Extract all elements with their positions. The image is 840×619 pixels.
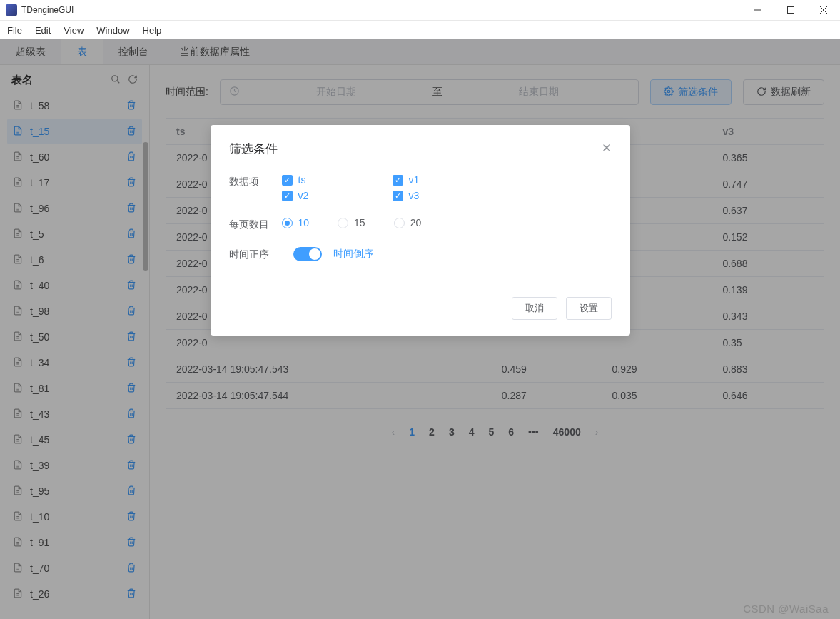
checkbox[interactable]: ✓ts (282, 174, 393, 186)
window-controls (742, 0, 840, 21)
order-asc-label: 时间正序 (229, 247, 282, 261)
menu-item[interactable]: Help (143, 25, 162, 36)
modal-title: 筛选条件 (229, 141, 278, 157)
radio-icon (338, 218, 348, 228)
watermark: CSDN @WaiSaa (743, 603, 829, 615)
menu-item[interactable]: File (7, 25, 22, 36)
menu-item[interactable]: Edit (35, 25, 51, 36)
checkbox[interactable]: ✓v3 (393, 190, 503, 201)
radio-icon (282, 218, 293, 228)
check-icon: ✓ (393, 175, 403, 186)
check-icon: ✓ (282, 175, 293, 186)
radio[interactable]: 20 (394, 217, 422, 228)
check-icon: ✓ (282, 191, 293, 201)
close-button[interactable] (807, 0, 840, 21)
menubar: FileEditViewWindowHelp (0, 21, 840, 39)
menu-item[interactable]: Window (96, 25, 129, 36)
radio[interactable]: 15 (338, 217, 365, 228)
titlebar: TDengineGUI (0, 0, 840, 21)
window-title: TDengineGUI (21, 5, 74, 15)
app-icon (6, 4, 17, 16)
check-icon: ✓ (393, 191, 403, 201)
checkbox[interactable]: ✓v2 (282, 190, 393, 201)
menu-item[interactable]: View (64, 25, 84, 36)
checkbox[interactable]: ✓v1 (393, 174, 503, 186)
radio[interactable]: 10 (282, 217, 310, 228)
svg-rect-1 (788, 7, 794, 14)
cancel-button[interactable]: 取消 (512, 297, 557, 320)
minimize-button[interactable] (742, 0, 774, 21)
apply-button[interactable]: 设置 (566, 297, 612, 320)
data-items-label: 数据项 (229, 174, 282, 188)
radio-icon (394, 218, 405, 228)
modal-overlay[interactable]: 筛选条件 ✕ 数据项 ✓ts✓v1✓v2✓v3 每页数目 101520 时间正序… (0, 39, 840, 619)
order-desc-label: 时间倒序 (333, 248, 373, 261)
maximize-button[interactable] (774, 0, 807, 21)
close-icon[interactable]: ✕ (602, 141, 612, 157)
page-size-label: 每页数目 (229, 217, 282, 231)
filter-modal: 筛选条件 ✕ 数据项 ✓ts✓v1✓v2✓v3 每页数目 101520 时间正序… (211, 125, 630, 336)
order-switch[interactable] (293, 247, 322, 261)
